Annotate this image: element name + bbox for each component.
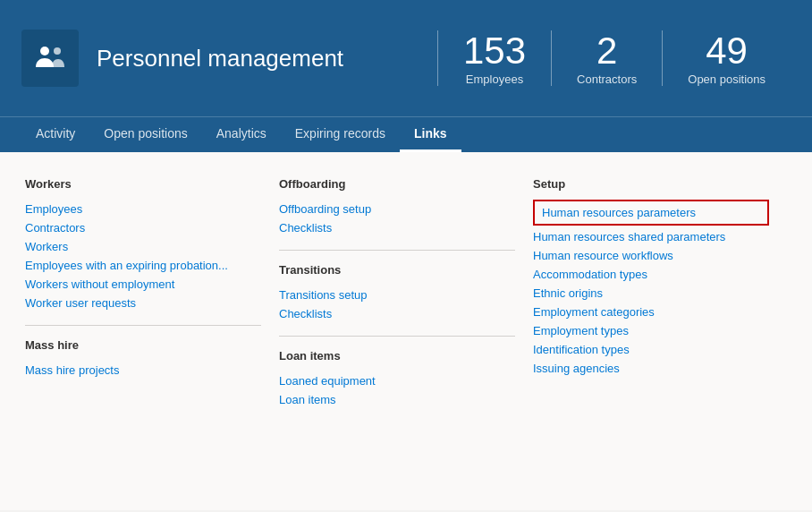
link-loan-items[interactable]: Loan items: [279, 390, 515, 409]
workers-links: EmployeesContractorsWorkersEmployees wit…: [25, 200, 261, 312]
links-columns: Workers EmployeesContractorsWorkersEmplo…: [25, 177, 787, 413]
nav-item-open-positions[interactable]: Open positions: [89, 117, 201, 152]
link-checklists[interactable]: Checklists: [279, 218, 515, 237]
setup-section: Setup Human resources parameters Human r…: [533, 177, 769, 378]
divider-transitions: [279, 336, 515, 337]
link-contractors[interactable]: Contractors: [25, 218, 261, 237]
link-offboarding-setup[interactable]: Offboarding setup: [279, 200, 515, 218]
workers-heading: Workers: [25, 177, 261, 191]
link-issuing-agencies[interactable]: Issuing agencies: [533, 359, 769, 378]
svg-point-1: [54, 47, 61, 55]
stat-number: 49: [706, 30, 748, 72]
transitions-section: Transitions Transitions setupChecklists: [279, 263, 515, 323]
stat-number: 153: [463, 30, 526, 72]
stat-label: Contractors: [577, 73, 637, 86]
link-worker-user-requests[interactable]: Worker user requests: [25, 294, 261, 312]
workers-section: Workers EmployeesContractorsWorkersEmplo…: [25, 177, 261, 312]
link-employment-categories[interactable]: Employment categories: [533, 303, 769, 321]
transitions-heading: Transitions: [279, 263, 515, 277]
setup-links: Human resources shared parametersHuman r…: [533, 227, 769, 378]
offboarding-section: Offboarding Offboarding setupChecklists: [279, 177, 515, 237]
nav-item-analytics[interactable]: Analytics: [202, 117, 281, 152]
divider-offboarding: [279, 250, 515, 251]
main-content: Workers EmployeesContractorsWorkersEmplo…: [0, 152, 812, 510]
loan-items-heading: Loan items: [279, 349, 515, 363]
human-resources-parameters-link[interactable]: Human resources parameters: [533, 200, 769, 226]
offboarding-links: Offboarding setupChecklists: [279, 200, 515, 237]
setup-heading: Setup: [533, 177, 769, 191]
link-human-resources-shared-parameters[interactable]: Human resources shared parameters: [533, 227, 769, 246]
link-employees-with-an-expiring-probation-[interactable]: Employees with an expiring probation...: [25, 256, 261, 275]
link-human-resource-workflows[interactable]: Human resource workflows: [533, 246, 769, 265]
loan-items-links: Loaned equipmentLoan items: [279, 371, 515, 409]
stat-contractors[interactable]: 2Contractors: [551, 30, 662, 85]
link-transitions-setup[interactable]: Transitions setup: [279, 286, 515, 304]
link-loaned-equipment[interactable]: Loaned equipment: [279, 371, 515, 390]
column-offboarding: Offboarding Offboarding setupChecklists …: [279, 177, 533, 413]
mass-hire-heading: Mass hire: [25, 338, 261, 352]
mass-hire-links: Mass hire projects: [25, 361, 261, 380]
offboarding-heading: Offboarding: [279, 177, 515, 191]
stat-employees[interactable]: 153Employees: [437, 30, 551, 85]
link-workers[interactable]: Workers: [25, 237, 261, 256]
app-header: Personnel management 153Employees2Contra…: [0, 0, 812, 116]
column-setup: Setup Human resources parameters Human r…: [533, 177, 787, 413]
link-accommodation-types[interactable]: Accommodation types: [533, 265, 769, 284]
link-employment-types[interactable]: Employment types: [533, 321, 769, 340]
stat-label: Employees: [466, 73, 523, 86]
nav-item-activity[interactable]: Activity: [21, 117, 89, 152]
svg-point-0: [40, 47, 49, 55]
stats-container: 153Employees2Contractors49Open positions: [437, 30, 791, 85]
link-checklists[interactable]: Checklists: [279, 304, 515, 323]
app-icon: [21, 30, 79, 87]
stat-open-positions[interactable]: 49Open positions: [662, 30, 791, 85]
link-identification-types[interactable]: Identification types: [533, 340, 769, 359]
link-employees[interactable]: Employees: [25, 200, 261, 218]
link-mass-hire-projects[interactable]: Mass hire projects: [25, 361, 261, 380]
link-ethnic-origins[interactable]: Ethnic origins: [533, 284, 769, 303]
navigation-bar: ActivityOpen positionsAnalyticsExpiring …: [0, 116, 812, 152]
stat-label: Open positions: [688, 73, 765, 86]
loan-items-section: Loan items Loaned equipmentLoan items: [279, 349, 515, 409]
divider-workers: [25, 325, 261, 326]
nav-item-expiring-records[interactable]: Expiring records: [281, 117, 400, 152]
personnel-icon: [32, 40, 68, 76]
page-title: Personnel management: [97, 45, 437, 73]
link-workers-without-employment[interactable]: Workers without employment: [25, 275, 261, 294]
mass-hire-section: Mass hire Mass hire projects: [25, 338, 261, 380]
stat-number: 2: [596, 30, 617, 72]
column-workers: Workers EmployeesContractorsWorkersEmplo…: [25, 177, 279, 413]
nav-item-links[interactable]: Links: [400, 117, 461, 152]
transitions-links: Transitions setupChecklists: [279, 286, 515, 323]
